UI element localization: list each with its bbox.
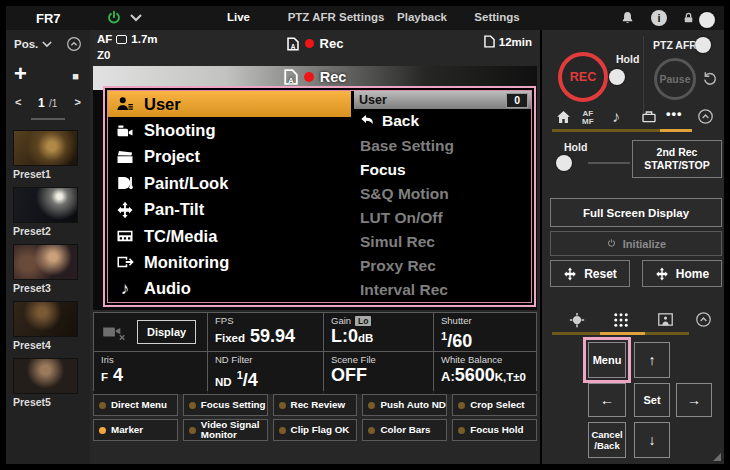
assignable-push-auto-nd[interactable]: Push Auto ND <box>362 394 447 416</box>
scene-file-setting[interactable]: Scene File OFF <box>324 352 433 394</box>
white-balance-setting[interactable]: White Balance A:5600K,T±0 <box>434 352 536 394</box>
preset-item-4[interactable]: Preset4 <box>13 301 79 351</box>
osd-item-label: Project <box>144 147 200 166</box>
shutter-value: /60 <box>447 331 472 351</box>
pause-button[interactable]: Pause <box>654 58 696 100</box>
assignable-direct-menu[interactable]: Direct Menu <box>93 394 178 416</box>
preset-thumbnail[interactable] <box>13 358 78 394</box>
tab-audio-icon[interactable]: ♪ <box>612 108 620 126</box>
sidebar-collapse-icon[interactable] <box>66 36 82 52</box>
preset-item-5[interactable]: Preset5 <box>13 358 79 408</box>
camera-status-bar: AF 1.7m Z0 A Rec 12min <box>90 30 540 66</box>
cancel-back-button[interactable]: Cancel /Back <box>588 422 626 458</box>
arrow-left-button[interactable]: ← <box>588 383 626 417</box>
preset-item-3[interactable]: Preset3 <box>13 244 79 294</box>
osd-subitem-back: Back <box>354 109 531 133</box>
shutter-label: Shutter <box>441 315 472 326</box>
display-button[interactable]: Display <box>137 320 196 344</box>
tab-more-icon[interactable]: ••• <box>666 106 683 121</box>
tab-af-mf[interactable]: AFMF <box>582 110 594 126</box>
initialize-icon <box>606 238 617 249</box>
prev-page-icon[interactable]: < <box>15 96 21 108</box>
rec-button[interactable]: REC <box>558 52 608 102</box>
assignable-video-signal-monitor[interactable]: Video Signal Monitor <box>183 419 268 441</box>
preset-thumbnail[interactable] <box>13 244 78 280</box>
tab-home-icon[interactable] <box>555 109 572 125</box>
shutter-setting[interactable]: Shutter 1/60 <box>434 313 536 351</box>
stop-button[interactable]: ■ <box>72 70 79 82</box>
pan-panel-collapse-icon[interactable] <box>695 311 712 328</box>
osd-menu: User Shooting Project Paint/Look <box>103 86 536 307</box>
scene-file-label: Scene File <box>331 354 376 365</box>
nd-value: /4 <box>243 370 258 390</box>
reset-button[interactable]: Reset <box>550 260 630 287</box>
assignable-clip-flag-ok[interactable]: Clip Flag OK <box>273 419 358 441</box>
tab-frame-person-icon[interactable] <box>656 311 675 328</box>
rec-label: Rec <box>320 36 344 51</box>
assignable-marker[interactable]: Marker <box>93 419 178 441</box>
tab-joystick-icon[interactable] <box>568 311 586 329</box>
tab-media-icon[interactable] <box>640 109 658 125</box>
osd-item-pan-tilt: Pan-Tilt <box>108 197 351 223</box>
nd-filter-setting[interactable]: ND Filter ND 1/4 <box>208 352 323 394</box>
tab-ptz-afr-settings[interactable]: PTZ AFR Settings <box>281 11 391 23</box>
preset-item-2[interactable]: Preset2 <box>13 187 79 237</box>
info-icon[interactable]: i <box>651 10 667 26</box>
menu-button[interactable]: Menu <box>588 342 626 378</box>
full-screen-display-button[interactable]: Full Screen Display <box>550 198 722 227</box>
position-dropdown[interactable]: Pos. <box>14 38 52 50</box>
iris-setting[interactable]: Iris F 4 <box>94 352 207 394</box>
osd-subitem-sq-motion: S&Q Motion <box>354 182 531 206</box>
connector-line <box>588 162 630 164</box>
osd-submenu: User 0 Back Base Setting Focus S&Q Motio… <box>354 91 531 302</box>
notifications-bell-icon[interactable] <box>620 10 635 26</box>
assignable-rec-review[interactable]: Rec Review <box>273 394 358 416</box>
next-page-icon[interactable]: > <box>75 96 81 108</box>
fps-setting[interactable]: FPS Fixed 59.94 <box>208 313 323 351</box>
cancel-line2: /Back <box>594 440 619 451</box>
preset-thumbnail[interactable] <box>13 187 78 223</box>
assignable-focus-setting[interactable]: Focus Setting <box>183 394 268 416</box>
tab-settings[interactable]: Settings <box>468 11 526 23</box>
assignable-focus-hold[interactable]: Focus Hold <box>452 419 537 441</box>
panel-collapse-icon[interactable] <box>697 108 714 125</box>
assignable-crop-select[interactable]: Crop Select <box>452 394 537 416</box>
refresh-icon[interactable] <box>702 71 718 87</box>
pan-tilt-cross-icon <box>655 267 669 281</box>
osd-item-monitoring: Monitoring <box>108 249 351 275</box>
set-button[interactable]: Set <box>634 383 670 417</box>
active-indicator <box>458 402 465 409</box>
tab-dpad-icon[interactable] <box>612 311 630 329</box>
gain-setting[interactable]: GainLo L:0dB <box>324 313 433 351</box>
scene-file-value: OFF <box>331 365 367 385</box>
arrow-down-button[interactable]: ↓ <box>634 422 670 458</box>
info-glyph: i <box>651 10 667 26</box>
arrow-up-button[interactable]: ↑ <box>634 342 670 378</box>
preset-item-1[interactable]: Preset1 <box>13 130 79 180</box>
resize-handle[interactable] <box>713 453 721 461</box>
nd-prefix: ND <box>215 376 232 388</box>
active-indicator <box>189 427 196 434</box>
tab-playback[interactable]: Playback <box>391 11 453 23</box>
preset-thumbnail[interactable] <box>13 301 78 337</box>
active-indicator <box>368 402 375 409</box>
tab-live[interactable]: Live <box>211 11 266 23</box>
home-button[interactable]: Home <box>642 260 722 287</box>
osd-item-audio: ♪ Audio <box>108 276 351 302</box>
preset-label: Preset2 <box>13 225 79 237</box>
power-menu-chevron-icon[interactable] <box>130 14 142 22</box>
add-preset-button[interactable]: + <box>14 64 27 84</box>
nd-label: ND Filter <box>215 354 252 365</box>
app-window: FR7 Live PTZ AFR Settings Playback Setti… <box>0 0 730 470</box>
power-icon[interactable] <box>106 10 122 26</box>
preset-thumbnail[interactable] <box>13 130 78 166</box>
white-balance-label: White Balance <box>441 354 502 365</box>
preset-label: Preset5 <box>13 396 79 408</box>
arrow-right-button[interactable]: → <box>676 383 712 417</box>
second-rec-button[interactable]: 2nd Rec START/STOP <box>632 140 722 178</box>
assignable-color-bars[interactable]: Color Bars <box>362 419 447 441</box>
clapperboard-icon <box>115 148 135 166</box>
camera-off-icon[interactable] <box>101 323 127 341</box>
home-label: Home <box>676 267 709 281</box>
initialize-button[interactable]: Initialize <box>550 231 722 256</box>
